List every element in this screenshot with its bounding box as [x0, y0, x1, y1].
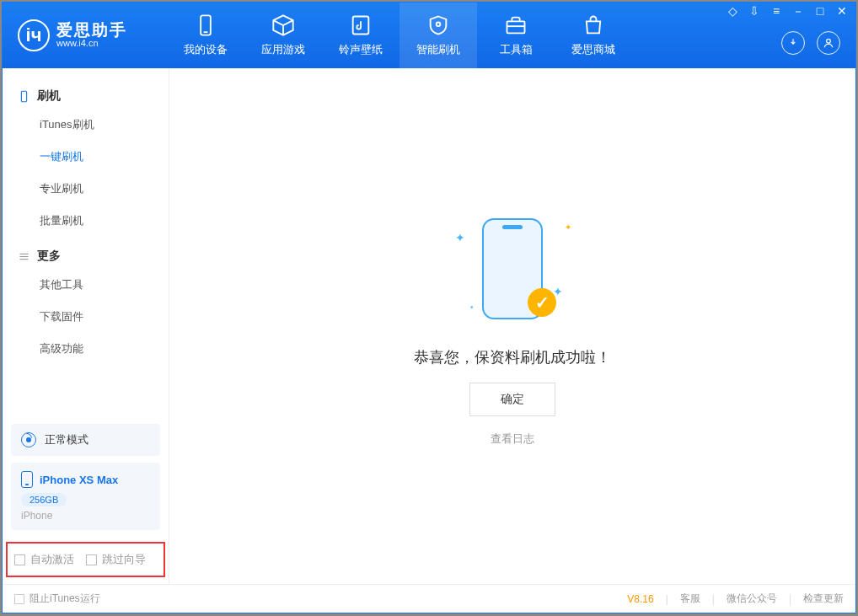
status-bar: 阻止iTunes运行 V8.16 | 客服 | 微信公众号 | 检查更新	[3, 584, 855, 613]
close-icon[interactable]: ✕	[835, 4, 849, 19]
checkbox-icon	[86, 554, 97, 565]
device-card[interactable]: iPhone XS Max 256GB iPhone	[11, 463, 160, 530]
header: iч 爱思助手 www.i4.cn 我的设备 应用游戏 铃声壁纸 智能刷机	[3, 3, 855, 68]
svg-rect-7	[21, 91, 26, 102]
app-name: 爱思助手	[56, 22, 127, 38]
download-icon[interactable]	[781, 31, 805, 55]
logo-icon: iч	[18, 19, 50, 51]
window-controls: ◇ ⇩ ≡ － □ ✕	[726, 4, 849, 19]
main-tabs: 我的设备 应用游戏 铃声壁纸 智能刷机 工具箱 爱思商城	[167, 3, 632, 68]
device-name: iPhone XS Max	[40, 474, 118, 486]
check-badge-icon: ✓	[528, 288, 556, 317]
nav-group-more: 更多 其他工具 下载固件 高级功能	[3, 244, 169, 365]
side-cards: 正常模式 iPhone XS Max 256GB iPhone	[3, 417, 169, 537]
svg-rect-4	[507, 21, 525, 33]
version-label: V8.16	[627, 593, 653, 605]
nav-head-more: 更多	[3, 244, 169, 269]
link-support[interactable]: 客服	[680, 592, 700, 606]
body: 刷机 iTunes刷机 一键刷机 专业刷机 批量刷机 更多 其他工具 下载固件 …	[3, 68, 855, 584]
menu-icon[interactable]: ≡	[770, 4, 783, 19]
app-window: iч 爱思助手 www.i4.cn 我的设备 应用游戏 铃声壁纸 智能刷机	[2, 2, 856, 613]
sparkle-icon: ✦	[565, 222, 571, 232]
app-url: www.i4.cn	[56, 38, 127, 49]
mode-icon	[21, 432, 36, 447]
opt-auto-activate[interactable]: 自动激活	[14, 552, 74, 567]
success-message: 恭喜您，保资料刷机成功啦！	[414, 347, 611, 367]
svg-point-6	[827, 39, 831, 43]
mode-card[interactable]: 正常模式	[11, 424, 160, 456]
tab-my-device[interactable]: 我的设备	[167, 3, 244, 68]
sparkle-icon: ✦	[455, 231, 465, 244]
header-actions	[781, 31, 840, 55]
device-phone-icon	[21, 471, 33, 488]
phone-icon	[18, 90, 30, 103]
svg-point-3	[437, 23, 441, 27]
link-wechat[interactable]: 微信公众号	[727, 592, 777, 606]
tab-toolbox[interactable]: 工具箱	[477, 3, 555, 68]
sidebar: 刷机 iTunes刷机 一键刷机 专业刷机 批量刷机 更多 其他工具 下载固件 …	[3, 68, 169, 584]
nav-oneclick-flash[interactable]: 一键刷机	[3, 141, 169, 173]
device-type: iPhone	[21, 510, 150, 522]
link-update[interactable]: 检查更新	[803, 592, 844, 606]
logo[interactable]: iч 爱思助手 www.i4.cn	[3, 19, 167, 51]
tab-smart-flash[interactable]: 智能刷机	[400, 3, 477, 68]
nav-other-tools[interactable]: 其他工具	[3, 269, 169, 301]
nav-group-flash: 刷机 iTunes刷机 一键刷机 专业刷机 批量刷机	[3, 83, 169, 237]
nav-itunes-flash[interactable]: iTunes刷机	[3, 109, 169, 141]
mode-label: 正常模式	[45, 432, 88, 447]
maximize-icon[interactable]: □	[813, 4, 827, 19]
shirt-icon[interactable]: ◇	[726, 4, 739, 19]
ok-button[interactable]: 确定	[469, 383, 555, 416]
block-itunes-label[interactable]: 阻止iTunes运行	[29, 592, 100, 606]
nav-batch-flash[interactable]: 批量刷机	[3, 205, 169, 237]
nav: 刷机 iTunes刷机 一键刷机 专业刷机 批量刷机 更多 其他工具 下载固件 …	[3, 68, 169, 372]
nav-head-flash: 刷机	[3, 83, 169, 109]
main-content: ✦ ✦ • ✦ ✓ 恭喜您，保资料刷机成功啦！ 确定 查看日志	[169, 68, 855, 584]
device-storage: 256GB	[21, 493, 67, 506]
sparkle-icon: •	[470, 303, 474, 312]
view-log-link[interactable]: 查看日志	[491, 431, 534, 447]
checkbox-icon	[14, 554, 25, 565]
lock-icon[interactable]: ⇩	[748, 4, 761, 19]
minimize-icon[interactable]: －	[791, 4, 805, 19]
opt-skip-guide[interactable]: 跳过向导	[86, 552, 146, 567]
nav-download-firmware[interactable]: 下载固件	[3, 301, 169, 333]
tab-store[interactable]: 爱思商城	[555, 3, 632, 68]
success-illustration: ✦ ✦ • ✦ ✓	[445, 206, 580, 332]
tab-ringtone-wallpaper[interactable]: 铃声壁纸	[322, 3, 400, 68]
nav-advanced[interactable]: 高级功能	[3, 333, 169, 365]
checkbox-icon[interactable]	[14, 594, 24, 604]
nav-pro-flash[interactable]: 专业刷机	[3, 173, 169, 205]
tab-apps-games[interactable]: 应用游戏	[244, 3, 322, 68]
user-icon[interactable]	[817, 31, 840, 55]
status-right: V8.16 | 客服 | 微信公众号 | 检查更新	[627, 592, 844, 606]
options-highlighted: 自动激活 跳过向导	[6, 542, 165, 577]
list-icon	[18, 250, 30, 263]
